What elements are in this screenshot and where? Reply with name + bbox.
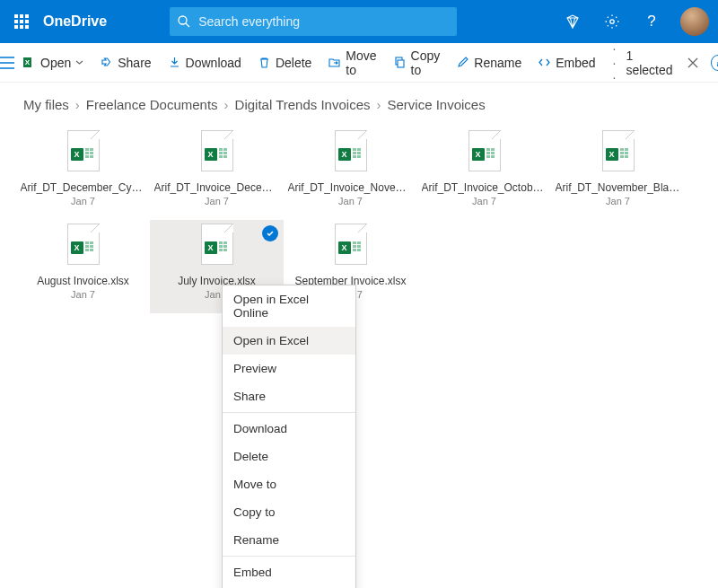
app-launcher-button[interactable]	[0, 14, 43, 29]
open-label: Open	[40, 56, 71, 70]
svg-rect-6	[398, 60, 404, 67]
settings-button[interactable]	[592, 13, 632, 30]
file-thumbnail: X	[64, 130, 103, 177]
help-icon: ?	[647, 13, 655, 31]
file-date: Jan 7	[338, 196, 363, 206]
context-menu-item[interactable]: Preview	[223, 355, 355, 382]
file-name: Arif_DT_December_Cyber_...	[21, 181, 146, 194]
copy-to-button[interactable]: Copy to	[385, 43, 449, 82]
embed-button[interactable]: Embed	[530, 43, 603, 82]
file-date: Jan 7	[472, 196, 496, 206]
breadcrumb-item[interactable]: My files	[23, 97, 69, 112]
file-name: Arif_DT_November_Black_F...	[556, 181, 681, 194]
diamond-icon	[565, 13, 581, 30]
download-button[interactable]: Download	[160, 43, 250, 82]
share-label: Share	[118, 56, 151, 70]
embed-label: Embed	[556, 56, 595, 70]
chevron-right-icon: ›	[69, 97, 86, 112]
breadcrumb-item[interactable]: Freelance Documents	[86, 97, 218, 112]
embed-icon	[538, 56, 551, 69]
svg-point-0	[179, 16, 187, 24]
file-tile[interactable]: XArif_DT_Invoice_October_2...Jan 7	[417, 127, 551, 220]
delete-icon	[258, 56, 271, 69]
rename-label: Rename	[474, 56, 521, 70]
file-tile[interactable]: XArif_DT_November_Black_F...Jan 7	[551, 127, 685, 220]
file-thumbnail: X	[331, 130, 371, 177]
file-tile[interactable]: XAugust Invoice.xlsxJan 7	[16, 220, 150, 313]
excel-icon: X	[22, 56, 36, 69]
rename-button[interactable]: Rename	[448, 43, 530, 82]
svg-line-1	[186, 23, 189, 27]
files-grid: XArif_DT_December_Cyber_...Jan 7XArif_DT…	[0, 118, 718, 322]
file-name: Arif_DT_Invoice_October_2...	[422, 181, 547, 194]
premium-button[interactable]	[553, 13, 592, 30]
help-button[interactable]: ?	[632, 13, 671, 31]
details-pane-button[interactable]: i	[711, 55, 718, 71]
delete-button[interactable]: Delete	[250, 43, 320, 82]
clear-selection-button[interactable]	[684, 57, 702, 68]
selection-count: 1 selected	[626, 48, 674, 77]
context-menu-item[interactable]: Share	[223, 382, 355, 410]
close-icon	[687, 57, 698, 68]
file-name: Arif_DT_Invoice_December...	[154, 181, 280, 194]
context-menu: Open in Excel OnlineOpen in ExcelPreview…	[222, 285, 356, 588]
context-menu-item[interactable]: Copy to	[223, 498, 355, 526]
breadcrumb: My files›Freelance Documents›Digital Tre…	[0, 83, 718, 118]
search-input[interactable]	[198, 14, 457, 29]
search-icon	[170, 14, 198, 29]
move-icon	[328, 56, 341, 69]
file-name: Arif_DT_Invoice_November...	[288, 181, 414, 194]
copy-to-label: Copy to	[411, 48, 441, 77]
breadcrumb-item[interactable]: Digital Trends Invoices	[235, 97, 371, 112]
file-thumbnail: X	[64, 224, 103, 270]
context-menu-item[interactable]: Download	[223, 415, 355, 443]
account-avatar[interactable]	[680, 7, 709, 36]
file-thumbnail: X	[465, 130, 504, 177]
command-bar: X Open Share Download Delete Move to Cop…	[0, 43, 718, 83]
file-date: Jan 7	[606, 196, 630, 206]
brand-label[interactable]: OneDrive	[43, 13, 116, 30]
open-button[interactable]: X Open	[14, 43, 92, 82]
svg-point-2	[610, 20, 614, 23]
chevron-down-icon	[75, 58, 83, 66]
menu-divider	[223, 556, 355, 557]
rename-icon	[456, 56, 469, 69]
chevron-right-icon: ›	[218, 97, 235, 112]
file-date: Jan 7	[71, 289, 95, 300]
waffle-icon	[14, 14, 29, 29]
context-menu-item[interactable]: Open in Excel Online	[223, 285, 355, 327]
app-header: OneDrive ?	[0, 0, 718, 43]
file-date: Jan 7	[205, 196, 229, 206]
file-name: August Invoice.xlsx	[37, 275, 129, 287]
file-tile[interactable]: XArif_DT_Invoice_December...Jan 7	[150, 127, 284, 220]
copy-icon	[393, 56, 407, 69]
context-menu-item[interactable]: Delete	[223, 443, 355, 470]
nav-toggle-button[interactable]	[0, 57, 14, 69]
file-date: Jan 7	[71, 196, 95, 206]
context-menu-item[interactable]: Open in Excel	[223, 327, 355, 355]
hamburger-icon	[0, 57, 14, 69]
menu-divider	[223, 412, 355, 413]
search-box[interactable]	[170, 7, 457, 36]
selected-check-icon	[262, 225, 278, 241]
context-menu-item[interactable]: Rename	[223, 526, 355, 554]
more-button[interactable]: · · ·	[604, 41, 626, 84]
file-tile[interactable]: XArif_DT_Invoice_November...Jan 7	[284, 127, 417, 220]
file-thumbnail: X	[599, 130, 638, 177]
file-thumbnail: X	[331, 224, 371, 270]
context-menu-item[interactable]: Embed	[223, 558, 355, 586]
delete-label: Delete	[276, 56, 311, 70]
move-to-button[interactable]: Move to	[320, 43, 384, 82]
download-icon	[168, 56, 181, 69]
share-button[interactable]: Share	[92, 43, 159, 82]
svg-text:X: X	[25, 58, 31, 66]
file-thumbnail: X	[197, 224, 237, 270]
breadcrumb-item[interactable]: Service Invoices	[387, 97, 485, 112]
file-tile[interactable]: XArif_DT_December_Cyber_...Jan 7	[16, 127, 150, 220]
download-label: Download	[186, 56, 241, 70]
file-thumbnail: X	[197, 130, 237, 177]
share-icon	[100, 56, 113, 69]
move-to-label: Move to	[346, 48, 376, 77]
context-menu-item[interactable]: Move to	[223, 470, 355, 498]
gear-icon	[604, 13, 620, 30]
